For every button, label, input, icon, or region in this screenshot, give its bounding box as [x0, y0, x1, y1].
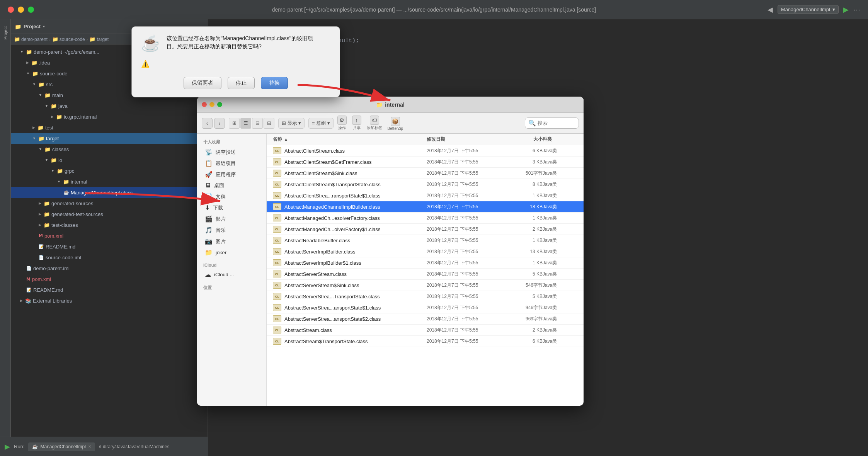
finder-gallery-view-button[interactable]: ⊟: [264, 118, 274, 129]
finder-betterzip-button[interactable]: 📦 BetterZip: [388, 117, 403, 131]
finder-file-item[interactable]: CL AbstractReadableBuffer.class 2018年12月…: [267, 235, 584, 246]
col-header-name[interactable]: 名称 ▲: [273, 136, 427, 143]
sidebar-recent[interactable]: 📋 最近项目: [199, 158, 265, 169]
sidebar-joker[interactable]: 📁 joker: [199, 247, 265, 258]
finder-minimize-button[interactable]: [209, 102, 214, 107]
back-icon[interactable]: ◀: [768, 5, 773, 14]
finder-file-item[interactable]: CL AbstractServerStream$Sink.class 2018年…: [267, 280, 584, 291]
sidebar-icloud-section: iCloud ☁ iCloud ...: [197, 261, 266, 280]
finder-search-box[interactable]: 🔍: [525, 117, 579, 129]
sidebar-desktop[interactable]: 🖥 桌面: [199, 180, 265, 191]
file-name-cell: CL AbstractServerStrea...ansportState$1.…: [273, 304, 427, 311]
title-bar: demo-parent [~/go/src/examples/java/demo…: [0, 0, 868, 19]
finder-file-item[interactable]: CL AbstractManagedCh...esolverFactory.cl…: [267, 213, 584, 224]
file-name-cell: CL AbstractServerImplBuilder.class: [273, 248, 427, 255]
file-kind-cell: Java类: [543, 316, 577, 322]
file-name-cell: CL AbstractClientStrea...ransportState$1…: [273, 192, 427, 199]
sidebar-joker-icon: 📁: [205, 249, 213, 256]
finder-back-button[interactable]: ‹: [202, 118, 213, 129]
finder-column-view-button[interactable]: ⊟: [252, 118, 263, 129]
finder-file-item[interactable]: CL AbstractServerStrea...ansportState$1.…: [267, 302, 584, 313]
finder-forward-button[interactable]: ›: [214, 118, 225, 129]
finder-file-item[interactable]: CL AbstractClientStream.class 2018年12月7日…: [267, 145, 584, 157]
finder-share-button[interactable]: ↑ 共享: [352, 116, 361, 131]
sidebar-apps[interactable]: 🚀 应用程序: [199, 169, 265, 180]
class-file-icon: CL: [273, 248, 281, 255]
finder-search-input[interactable]: [538, 120, 575, 126]
close-button[interactable]: [8, 7, 14, 13]
finder-view-buttons: ⊞ ☰ ⊟ ⊟: [229, 118, 274, 129]
finder-file-item[interactable]: CL AbstractServerImplBuilder.class 2018年…: [267, 246, 584, 257]
finder-tag-button[interactable]: 🏷 添加标签: [367, 116, 382, 131]
sidebar-icloud-item[interactable]: ☁ iCloud ...: [199, 269, 265, 280]
file-date-cell: 2018年12月7日 下午5:55: [427, 215, 504, 221]
file-kind-cell: Java类: [543, 237, 577, 244]
finder-betterzip-icon: 📦: [391, 117, 400, 126]
run-config-dropdown[interactable]: ManagedChannelImpl ▾: [778, 5, 839, 14]
sidebar-documents[interactable]: 📄 文稿: [199, 191, 265, 202]
sidebar-apps-icon: 🚀: [205, 171, 213, 178]
title-bar-right: ◀ ManagedChannelImpl ▾ ▶ ⋯: [768, 5, 860, 14]
file-name-cell: CL AbstractManagedCh...esolverFactory.cl…: [273, 214, 427, 221]
minimize-button[interactable]: [18, 7, 24, 13]
finder-file-item[interactable]: CL AbstractServerStrea...TransportState.…: [267, 291, 584, 302]
finder-close-button[interactable]: [202, 102, 207, 107]
file-size-cell: 3 KB: [504, 159, 543, 165]
finder-list-view-button[interactable]: ☰: [240, 118, 251, 129]
finder-file-item[interactable]: CL AbstractClientStrea...ransportState$1…: [267, 190, 584, 201]
finder-group-button[interactable]: ≡ 群组 ▾: [308, 118, 334, 129]
more-icon[interactable]: ⋯: [853, 5, 860, 14]
finder-file-item[interactable]: CL AbstractManagedChannelImplBuilder.cla…: [267, 201, 584, 213]
sidebar-photos[interactable]: 📷 图片: [199, 236, 265, 247]
file-size-cell: 2 KB: [504, 226, 543, 232]
file-name-cell: CL AbstractServerStrea...ansportState$2.…: [273, 315, 427, 322]
sidebar-movies-icon: 🎬: [205, 215, 213, 223]
finder-toolbar-actions: ⚙ 操作 ↑ 共享 🏷 添加标签 📦 BetterZip: [337, 116, 521, 131]
finder-file-item[interactable]: CL AbstractServerStrea...ansportState$2.…: [267, 313, 584, 325]
finder-sidebar: 个人收藏 📡 隔空投送 📋 最近项目 🚀 应用程序 🖥: [197, 134, 267, 406]
finder-file-list: CL AbstractClientStream.class 2018年12月7日…: [267, 145, 584, 406]
finder-maximize-button[interactable]: [217, 102, 222, 107]
finder-group-label: 群组: [316, 120, 326, 127]
sidebar-music-icon: 🎵: [205, 226, 213, 234]
file-size-cell: 546字节: [504, 282, 543, 289]
dialog-body: ☕⚠️ 该位置已经存在名称为"ManagedChannelImpl.class"…: [141, 34, 330, 70]
sidebar-personal-header: 个人收藏: [197, 138, 266, 146]
class-file-icon: CL: [273, 181, 281, 188]
sidebar-location-section: 位置: [197, 283, 266, 292]
finder-action-button[interactable]: ⚙ 操作: [337, 116, 347, 131]
finder-share-icon: ↑: [352, 116, 361, 125]
col-header-date[interactable]: 修改日期: [427, 136, 504, 143]
run-icon[interactable]: ▶: [843, 5, 849, 14]
class-file-icon: CL: [273, 293, 281, 300]
finder-file-item[interactable]: CL AbstractClientStream$Sink.class 2018年…: [267, 168, 584, 179]
finder-title-text: internal: [385, 102, 405, 108]
finder-file-item[interactable]: CL AbstractManagedCh...olverFactory$1.cl…: [267, 224, 584, 235]
sidebar-downloads[interactable]: ⬇ 下载: [199, 202, 265, 213]
finder-display-button[interactable]: ⊞ 显示 ▾: [278, 118, 305, 129]
file-name-cell: CL AbstractClientStream.class: [273, 147, 427, 154]
sidebar-airdrop[interactable]: 📡 隔空投送: [199, 146, 265, 158]
col-header-size[interactable]: 大小: [504, 136, 543, 143]
file-kind-cell: Java类: [543, 192, 577, 199]
keep-both-button[interactable]: 保留两者: [184, 77, 221, 89]
finder-share-label: 共享: [353, 125, 361, 131]
maximize-button[interactable]: [28, 7, 34, 13]
finder-file-item[interactable]: CL AbstractServerStream.class 2018年12月7日…: [267, 269, 584, 280]
file-kind-cell: Java类: [543, 305, 577, 311]
finder-file-item[interactable]: CL AbstractStream$TransportState.class 2…: [267, 336, 584, 347]
finder-file-item[interactable]: CL AbstractServerImplBuilder$1.class 201…: [267, 257, 584, 269]
sidebar-downloads-icon: ⬇: [205, 204, 210, 211]
finder-file-item[interactable]: CL AbstractClientStream$TransportState.c…: [267, 179, 584, 190]
stop-button[interactable]: 停止: [228, 77, 255, 89]
finder-icon-view-button[interactable]: ⊞: [229, 118, 240, 129]
finder-file-item[interactable]: CL AbstractStream.class 2018年12月7日 下午5:5…: [267, 325, 584, 336]
sidebar-music[interactable]: 🎵 音乐: [199, 225, 265, 236]
file-size-cell: 6 KB: [504, 148, 543, 153]
sidebar-movies[interactable]: 🎬 影片: [199, 213, 265, 225]
file-name-cell: CL AbstractReadableBuffer.class: [273, 237, 427, 244]
col-header-kind[interactable]: 种类: [543, 136, 577, 143]
finder-file-item[interactable]: CL AbstractClientStream$GetFramer.class …: [267, 157, 584, 168]
replace-button[interactable]: 替换: [261, 77, 288, 89]
file-size-cell: 1 KB: [504, 215, 543, 221]
